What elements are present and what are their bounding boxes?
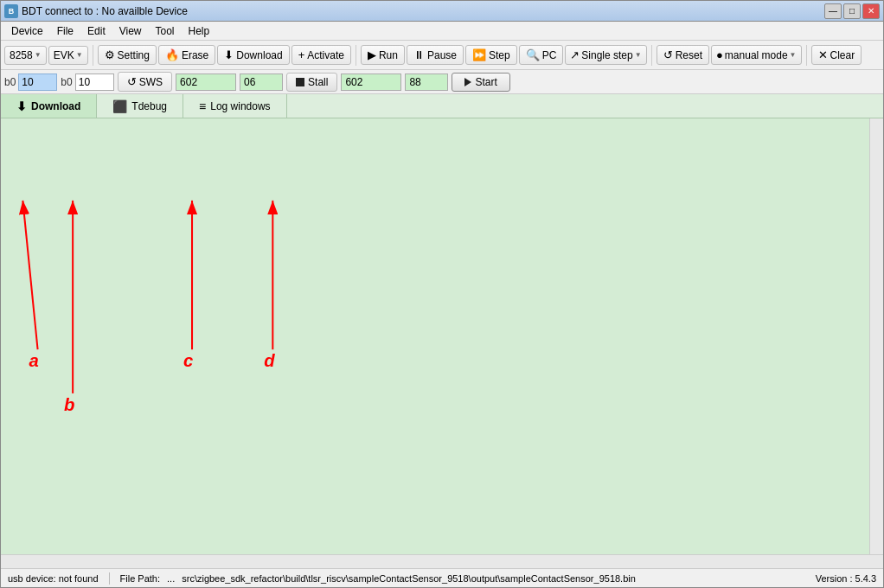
menu-help[interactable]: Help [182, 23, 217, 39]
step-icon: ⏩ [472, 48, 486, 61]
setting-button[interactable]: ⚙ Setting [98, 45, 157, 65]
reset-label: Reset [676, 49, 702, 61]
field-a-label: b0 [4, 76, 16, 88]
toolbar: 8258 ▼ EVK ▼ ⚙ Setting 🔥 Erase ⬇ Downloa… [1, 41, 883, 70]
device-dropdown-arrow: ▼ [35, 51, 42, 59]
activate-icon: + [298, 48, 305, 61]
manual-mode-dropdown-arrow: ▼ [790, 51, 797, 59]
close-button[interactable]: ✕ [862, 3, 880, 19]
version-label: Version : 5.4.3 [816, 573, 876, 584]
field-b-label: b0 [61, 76, 72, 88]
sws-icon: ↺ [127, 75, 137, 88]
menu-file[interactable]: File [50, 23, 80, 39]
clear-icon: ✕ [818, 48, 828, 61]
title-buttons: — □ ✕ [824, 3, 880, 19]
sws-label: SWS [139, 76, 163, 88]
app-icon: B [4, 4, 18, 18]
maximize-button[interactable]: □ [843, 3, 861, 19]
log-windows-tab-icon: ≡ [199, 99, 206, 113]
pc-icon: 🔍 [526, 48, 540, 61]
start-button[interactable]: Start [452, 73, 509, 92]
separator-2 [356, 45, 356, 66]
single-step-icon: ↗ [570, 48, 580, 61]
download-button[interactable]: ⬇ Download [217, 45, 289, 65]
erase-icon: 🔥 [165, 48, 179, 61]
stall-icon [296, 78, 304, 86]
status-val-1: 602 [176, 74, 236, 91]
tdebug-tab-label: Tdebug [131, 100, 167, 112]
window-title: BDT connect to : No availble Device [22, 5, 824, 17]
manual-mode-dropdown[interactable]: ● manual mode ▼ [711, 45, 802, 65]
download-icon: ⬇ [224, 48, 234, 61]
tab-download[interactable]: ⬇ Download [1, 94, 97, 118]
status-val-3: 602 [341, 74, 401, 91]
tab-tdebug[interactable]: ⬛ Tdebug [97, 94, 183, 118]
manual-mode-label: manual mode [725, 49, 788, 61]
field-b-input[interactable] [75, 74, 114, 91]
evk-dropdown[interactable]: EVK ▼ [48, 46, 88, 65]
evk-dropdown-arrow: ▼ [76, 51, 83, 59]
separator-4 [806, 45, 807, 66]
field-b-group: b0 [61, 74, 113, 91]
status-val-2: 06 [240, 74, 283, 91]
menu-view[interactable]: View [112, 23, 149, 39]
scrollbar-vertical[interactable] [869, 118, 883, 554]
clear-button[interactable]: ✕ Clear [811, 45, 862, 65]
pause-button[interactable]: ⏸ Pause [407, 45, 464, 65]
menu-bar: Device File Edit View Tool Help [1, 22, 883, 41]
tab-log-windows[interactable]: ≡ Log windows [183, 94, 287, 118]
toolbar2: b0 b0 ↺ SWS 602 06 Stall 602 88 Start [1, 70, 883, 94]
svg-line-1 [22, 201, 37, 349]
log-windows-tab-label: Log windows [210, 100, 270, 112]
menu-edit[interactable]: Edit [80, 23, 112, 39]
menu-tool[interactable]: Tool [149, 23, 182, 39]
stall-label: Stall [308, 76, 328, 88]
pc-button[interactable]: 🔍 PC [519, 45, 564, 65]
download-tab-icon: ⬇ [16, 99, 27, 113]
title-bar: B BDT connect to : No availble Device — … [1, 1, 883, 22]
tdebug-tab-icon: ⬛ [112, 99, 127, 113]
setting-icon: ⚙ [105, 48, 115, 61]
minimize-button[interactable]: — [824, 3, 842, 19]
single-step-dropdown[interactable]: ↗ Single step ▼ [565, 45, 646, 65]
usb-status: usb device: not found [8, 573, 99, 584]
reset-button[interactable]: ↺ Reset [657, 45, 709, 65]
erase-button[interactable]: 🔥 Erase [158, 45, 215, 65]
field-a-input[interactable] [18, 74, 57, 91]
clear-label: Clear [830, 49, 855, 61]
download-tab-label: Download [31, 100, 80, 112]
scrollbar-horizontal[interactable] [1, 554, 883, 568]
annotation-overlay: a b c d [1, 118, 883, 554]
run-button[interactable]: ▶ Run [361, 45, 405, 65]
single-step-dropdown-arrow: ▼ [635, 51, 642, 59]
status-bar: usb device: not found File Path: ... src… [1, 568, 883, 587]
separator-1 [93, 45, 93, 66]
separator-3 [651, 45, 652, 66]
content-area: a b c d [1, 118, 883, 554]
device-value: 8258 [10, 49, 33, 61]
stall-button[interactable]: Stall [286, 73, 337, 92]
erase-label: Erase [182, 49, 208, 61]
step-button[interactable]: ⏩ Step [465, 45, 517, 65]
manual-mode-icon: ● [716, 48, 723, 61]
reset-icon: ↺ [663, 48, 673, 61]
sws-button[interactable]: ↺ SWS [118, 72, 172, 92]
file-path-ellipsis: ... [167, 573, 175, 584]
svg-text:c: c [183, 351, 193, 370]
file-path-value: src\zigbee_sdk_refactor\build\tlsr_riscv… [182, 573, 808, 584]
status-field-3: 602 [341, 74, 401, 91]
menu-device[interactable]: Device [4, 23, 50, 39]
run-icon: ▶ [368, 48, 376, 61]
evk-label: EVK [54, 49, 74, 61]
pause-icon: ⏸ [413, 48, 425, 61]
activate-label: Activate [307, 49, 344, 61]
download-label: Download [236, 49, 282, 61]
start-icon [464, 78, 471, 86]
device-dropdown[interactable]: 8258 ▼ [4, 46, 47, 65]
step-label: Step [489, 49, 510, 61]
activate-button[interactable]: + Activate [291, 45, 351, 65]
file-path-label: File Path: [120, 573, 160, 584]
main-window: B BDT connect to : No availble Device — … [0, 0, 884, 588]
pc-label: PC [542, 49, 557, 61]
tab-bar: ⬇ Download ⬛ Tdebug ≡ Log windows [1, 94, 883, 118]
